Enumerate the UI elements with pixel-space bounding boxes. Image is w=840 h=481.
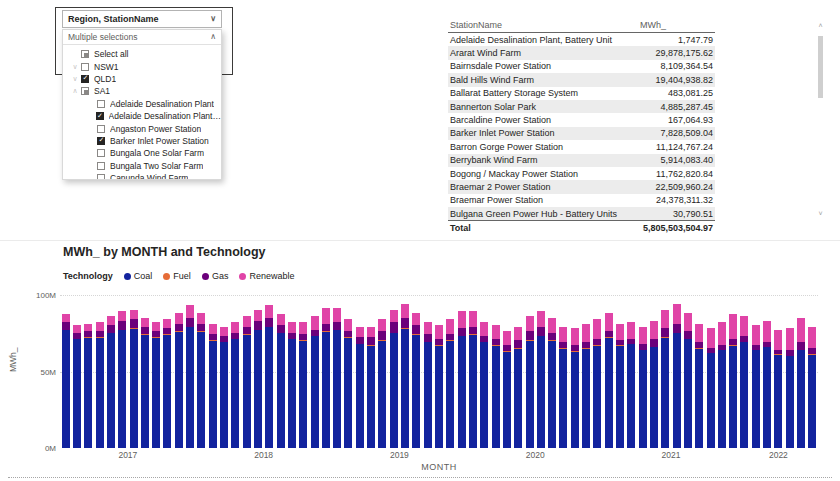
checkbox-checked[interactable]	[97, 137, 105, 145]
segment-coal[interactable]	[492, 346, 500, 449]
segment-gas[interactable]	[673, 324, 681, 333]
stacked-bar-2018-04[interactable]	[231, 322, 239, 448]
stacked-bar-2022-06[interactable]	[797, 318, 805, 448]
segment-coal[interactable]	[401, 329, 409, 448]
segment-renewable[interactable]	[446, 319, 454, 334]
stacked-bar-2017-01[interactable]	[62, 314, 70, 448]
stacked-bar-2021-04[interactable]	[639, 327, 647, 448]
checkbox-unchecked[interactable]	[97, 125, 105, 133]
segment-gas[interactable]	[548, 333, 556, 341]
chevron-up-icon[interactable]: ∧	[69, 87, 81, 95]
stacked-bar-2022-04[interactable]	[774, 330, 782, 448]
stacked-bar-2021-02[interactable]	[616, 324, 624, 448]
segment-renewable[interactable]	[469, 311, 477, 326]
legend-item-gas[interactable]: Gas	[202, 271, 229, 281]
segment-gas[interactable]	[62, 322, 70, 330]
stacked-bar-2018-01[interactable]	[197, 313, 205, 448]
segment-coal[interactable]	[130, 329, 138, 448]
stacked-bar-2020-05[interactable]	[514, 327, 522, 448]
segment-coal[interactable]	[661, 338, 669, 448]
checkbox-indeterminate[interactable]	[81, 50, 89, 58]
segment-coal[interactable]	[209, 341, 217, 448]
segment-coal[interactable]	[740, 342, 748, 448]
segment-gas[interactable]	[650, 339, 658, 347]
segment-renewable[interactable]	[378, 319, 386, 331]
scrollbar-thumb[interactable]	[818, 36, 823, 98]
segment-coal[interactable]	[503, 352, 511, 448]
segment-coal[interactable]	[571, 352, 579, 448]
slicer-item-barker-inlet-power-station[interactable]: Barker Inlet Power Station	[63, 135, 221, 147]
segment-renewable[interactable]	[141, 318, 149, 327]
segment-coal[interactable]	[435, 346, 443, 449]
segment-renewable[interactable]	[616, 324, 624, 341]
stacked-bar-2020-06[interactable]	[526, 316, 534, 448]
segment-coal[interactable]	[752, 350, 760, 448]
segment-coal[interactable]	[378, 341, 386, 448]
table-row[interactable]: Braemar 2 Power Station22,509,960.24	[448, 180, 715, 193]
stacked-bar-2017-06[interactable]	[118, 311, 126, 448]
table-row[interactable]: Bannerton Solar Park4,885,287.45	[448, 100, 715, 113]
segment-coal[interactable]	[729, 346, 737, 449]
stacked-bar-2020-11[interactable]	[582, 324, 590, 448]
stacked-bar-2020-09[interactable]	[559, 327, 567, 448]
segment-coal[interactable]	[616, 346, 624, 449]
stacked-bar-2021-08[interactable]	[684, 313, 692, 448]
segment-coal[interactable]	[684, 339, 692, 448]
slicer-field-header[interactable]: Region, StationName ∨	[62, 10, 222, 28]
segment-coal[interactable]	[243, 335, 251, 448]
segment-renewable[interactable]	[752, 325, 760, 345]
segment-coal[interactable]	[390, 333, 398, 448]
segment-renewable[interactable]	[344, 319, 352, 331]
scroll-up-icon[interactable]: ˄	[817, 22, 824, 30]
segment-renewable[interactable]	[163, 319, 171, 328]
stacked-bar-2017-10[interactable]	[163, 319, 171, 448]
segment-gas[interactable]	[254, 321, 262, 330]
segment-renewable[interactable]	[605, 313, 613, 331]
segment-coal[interactable]	[152, 338, 160, 448]
segment-coal[interactable]	[220, 342, 228, 448]
stacked-bar-2018-09[interactable]	[288, 322, 296, 448]
segment-renewable[interactable]	[220, 327, 228, 336]
segment-coal[interactable]	[73, 339, 81, 448]
chevron-down-icon[interactable]: ∨	[69, 75, 81, 83]
segment-renewable[interactable]	[503, 331, 511, 345]
slicer-item-adelaide-desalination-plant[interactable]: Adelaide Desalination Plant	[63, 98, 221, 110]
segment-coal[interactable]	[559, 349, 567, 448]
stacked-bar-2021-03[interactable]	[627, 322, 635, 448]
stacked-bar-2019-07[interactable]	[401, 304, 409, 448]
segment-coal[interactable]	[797, 350, 805, 448]
segment-gas[interactable]	[333, 322, 341, 330]
segment-renewable[interactable]	[650, 321, 658, 339]
stacked-bar-2018-11[interactable]	[311, 316, 319, 448]
stacked-bar-2018-12[interactable]	[322, 308, 330, 448]
stacked-bar-2017-03[interactable]	[84, 324, 92, 448]
segment-renewable[interactable]	[458, 311, 466, 328]
stacked-bar-2019-03[interactable]	[356, 327, 364, 448]
segment-renewable[interactable]	[152, 322, 160, 331]
segment-coal[interactable]	[412, 335, 420, 448]
segment-renewable[interactable]	[390, 310, 398, 322]
segment-coal[interactable]	[808, 355, 816, 448]
segment-renewable[interactable]	[356, 327, 364, 338]
column-header-mwh[interactable]: MWh_	[625, 20, 715, 30]
table-row[interactable]: Adelaide Desalination Plant, Battery Uni…	[448, 33, 715, 46]
table-row[interactable]: Barcaldine Power Station167,064.93	[448, 113, 715, 126]
segment-gas[interactable]	[277, 325, 285, 333]
segment-renewable[interactable]	[84, 324, 92, 332]
stacked-bar-2017-04[interactable]	[96, 322, 104, 448]
stacked-bar-2018-10[interactable]	[299, 322, 307, 448]
stacked-bar-2021-10[interactable]	[707, 328, 715, 448]
segment-coal[interactable]	[96, 338, 104, 448]
checkbox-indeterminate[interactable]	[81, 87, 89, 95]
segment-gas[interactable]	[797, 342, 805, 350]
checkbox-checked[interactable]	[81, 75, 89, 83]
segment-renewable[interactable]	[480, 322, 488, 336]
stacked-bar-2021-12[interactable]	[729, 314, 737, 448]
segment-gas[interactable]	[424, 334, 432, 342]
stacked-bar-2018-02[interactable]	[209, 324, 217, 448]
table-header-row[interactable]: StationName MWh_	[448, 18, 715, 33]
segment-renewable[interactable]	[695, 324, 703, 342]
segment-gas[interactable]	[469, 327, 477, 335]
segment-renewable[interactable]	[299, 322, 307, 334]
stacked-bar-2020-07[interactable]	[537, 311, 545, 448]
